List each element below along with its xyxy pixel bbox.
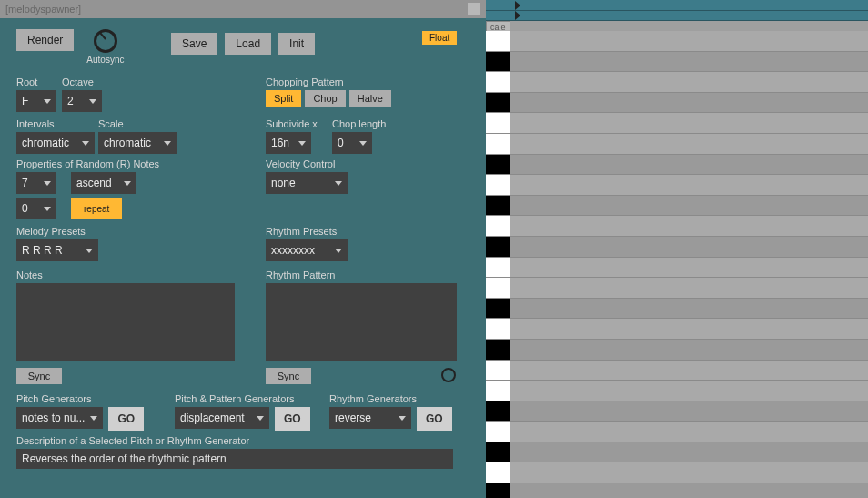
chevron-down-icon: [335, 181, 342, 186]
subdivide-label: Subdivide x: [266, 118, 318, 129]
chopping-split-button[interactable]: Split: [266, 90, 301, 107]
piano-key-white[interactable]: [486, 134, 510, 154]
rhythm-presets-select[interactable]: xxxxxxxx: [266, 239, 348, 261]
chevron-down-icon: [89, 99, 96, 104]
chevron-down-icon: [164, 141, 171, 146]
autosync-label: Autosync: [86, 55, 124, 65]
chevron-down-icon: [90, 416, 97, 421]
piano-key-black[interactable]: [486, 155, 510, 175]
piano-key-black[interactable]: [486, 52, 510, 72]
randnotes-label: Properties of Random (R) Notes: [16, 158, 159, 169]
root-select[interactable]: F: [16, 90, 56, 112]
playhead-marker-icon: [515, 1, 520, 10]
chevron-down-icon: [86, 249, 93, 253]
randnotes-count-select[interactable]: 7: [16, 172, 56, 194]
piano-key-black[interactable]: [486, 93, 510, 113]
randnotes-offset-select[interactable]: 0: [16, 198, 56, 219]
piano-key-white[interactable]: [486, 72, 510, 92]
piano-key-black[interactable]: [486, 401, 510, 422]
chevron-down-icon: [399, 416, 406, 421]
piano-key-black[interactable]: [486, 483, 510, 498]
root-label: Root: [16, 76, 56, 87]
chevron-down-icon: [257, 416, 264, 421]
chevron-down-icon: [335, 249, 342, 253]
load-button[interactable]: Load: [225, 33, 271, 55]
notes-label: Notes: [16, 269, 235, 280]
circle-indicator-icon: [441, 368, 456, 382]
description-label: Description of a Selected Pitch or Rhyth…: [16, 435, 453, 446]
pp-gen-label: Pitch & Pattern Generators: [175, 393, 310, 404]
rhythm-sync-button[interactable]: Sync: [266, 368, 311, 384]
rhythm-gen-select[interactable]: reverse: [329, 407, 411, 429]
rhythm-pattern-textarea[interactable]: [266, 283, 457, 361]
piano-key-white[interactable]: [486, 258, 510, 278]
piano-roll-area: cale: [486, 0, 868, 498]
rhythm-gen-go-button[interactable]: GO: [417, 407, 452, 431]
pitch-gen-select[interactable]: notes to nu...: [16, 407, 103, 429]
velocity-select[interactable]: none: [266, 172, 348, 194]
timeline-bar-2[interactable]: [486, 11, 868, 21]
init-button[interactable]: Init: [278, 33, 315, 55]
choplen-select[interactable]: 0: [332, 132, 372, 154]
description-box: Reverses the order of the rhythmic patte…: [16, 449, 453, 469]
chevron-down-icon: [124, 181, 131, 186]
autosync-dial[interactable]: [94, 29, 117, 53]
playhead-marker-icon: [515, 11, 520, 20]
chevron-down-icon: [82, 141, 89, 146]
octave-label: Octave: [62, 76, 102, 87]
scale-select[interactable]: chromatic: [98, 132, 177, 154]
piano-key-white[interactable]: [486, 278, 510, 298]
octave-select[interactable]: 2: [62, 90, 102, 112]
piano-key-white[interactable]: [486, 462, 510, 483]
chevron-down-icon: [298, 141, 306, 146]
piano-rows[interactable]: [486, 31, 868, 498]
piano-key-white[interactable]: [486, 216, 510, 236]
rhythm-pattern-label: Rhythm Pattern: [266, 269, 457, 280]
chevron-down-icon: [359, 141, 367, 146]
melody-presets-select[interactable]: R R R R: [16, 239, 98, 261]
intervals-select[interactable]: chromatic: [16, 132, 95, 154]
piano-key-white[interactable]: [486, 422, 510, 442]
scale-label: Scale: [98, 118, 177, 129]
rhythm-gen-label: Rhythm Generators: [329, 393, 452, 404]
piano-key-white[interactable]: [486, 361, 510, 381]
piano-key-white[interactable]: [486, 381, 510, 401]
titlebar[interactable]: [melodyspawner]: [0, 0, 486, 18]
chevron-down-icon: [44, 99, 51, 104]
chopping-halve-button[interactable]: Halve: [349, 90, 391, 107]
choplen-label: Chop length: [332, 118, 386, 129]
repeat-button[interactable]: repeat: [71, 198, 122, 219]
float-button[interactable]: Float: [422, 31, 457, 45]
piano-key-black[interactable]: [486, 442, 510, 462]
melody-presets-label: Melody Presets: [16, 226, 98, 237]
render-button[interactable]: Render: [16, 29, 74, 51]
notes-sync-button[interactable]: Sync: [16, 368, 62, 384]
velocity-label: Velocity Control: [266, 158, 348, 169]
chevron-down-icon: [44, 181, 51, 186]
chopping-label: Chopping Pattern: [266, 76, 391, 87]
rhythm-presets-label: Rhythm Presets: [266, 226, 348, 237]
intervals-label: Intervals: [16, 118, 95, 129]
pp-gen-go-button[interactable]: GO: [275, 407, 310, 431]
close-icon[interactable]: [468, 3, 480, 15]
piano-key-white[interactable]: [486, 175, 510, 195]
randnotes-direction-select[interactable]: ascend: [71, 172, 136, 194]
chopping-segment: Split Chop Halve: [266, 90, 391, 107]
chopping-chop-button[interactable]: Chop: [305, 90, 345, 107]
piano-key-black[interactable]: [486, 340, 510, 360]
timeline-bar-1[interactable]: [486, 0, 868, 11]
piano-key-white[interactable]: [486, 113, 510, 133]
piano-key-black[interactable]: [486, 299, 510, 319]
pitch-gen-go-button[interactable]: GO: [108, 407, 144, 431]
pp-gen-select[interactable]: displacement: [175, 407, 269, 429]
chevron-down-icon: [44, 207, 51, 211]
window-title: [melodyspawner]: [5, 4, 81, 15]
piano-key-black[interactable]: [486, 196, 510, 216]
piano-key-white[interactable]: [486, 31, 510, 51]
notes-textarea[interactable]: [16, 283, 235, 361]
piano-key-black[interactable]: [486, 237, 510, 257]
melodyspawner-panel: [melodyspawner] Render Autosync Save Loa…: [0, 0, 486, 498]
save-button[interactable]: Save: [171, 33, 217, 55]
subdivide-select[interactable]: 16n: [266, 132, 311, 154]
piano-key-white[interactable]: [486, 319, 510, 339]
